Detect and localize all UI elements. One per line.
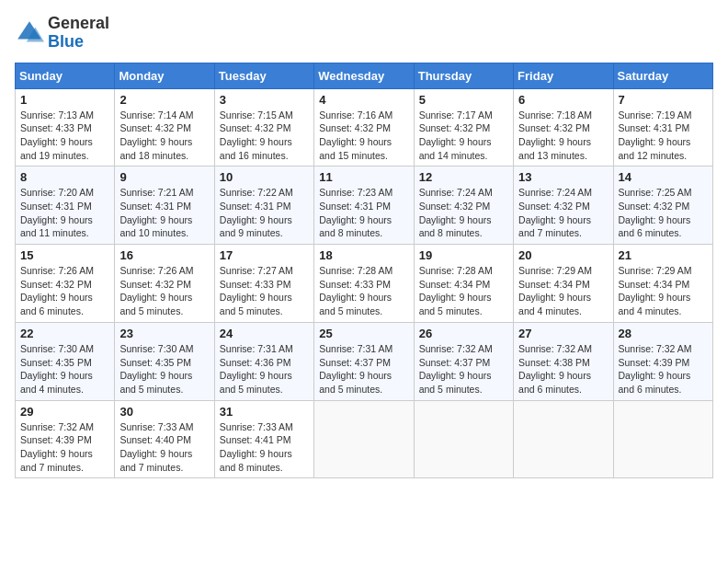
daylight: Daylight: 9 hours and 8 minutes.	[419, 214, 492, 239]
calendar: SundayMondayTuesdayWednesdayThursdayFrid…	[15, 63, 713, 479]
sunset: Sunset: 4:32 PM	[419, 122, 491, 133]
daylight: Daylight: 9 hours and 7 minutes.	[119, 448, 192, 473]
daylight: Daylight: 9 hours and 5 minutes.	[419, 292, 492, 316]
day-cell: 10 Sunrise: 7:22 AM Sunset: 4:31 PM Dayl…	[214, 167, 313, 245]
day-number: 11	[319, 170, 408, 184]
daylight: Daylight: 9 hours and 5 minutes.	[119, 370, 192, 395]
day-info: Sunrise: 7:30 AM Sunset: 4:35 PM Dayligh…	[20, 342, 109, 396]
day-info: Sunrise: 7:28 AM Sunset: 4:33 PM Dayligh…	[319, 264, 408, 318]
daylight: Daylight: 9 hours and 9 minutes.	[220, 214, 292, 239]
day-cell: 9 Sunrise: 7:21 AM Sunset: 4:31 PM Dayli…	[115, 167, 214, 245]
daylight: Daylight: 9 hours and 16 minutes.	[220, 136, 292, 161]
week-row-1: 1 Sunrise: 7:13 AM Sunset: 4:33 PM Dayli…	[16, 88, 713, 167]
daylight: Daylight: 9 hours and 18 minutes.	[119, 136, 192, 161]
sunset: Sunset: 4:35 PM	[119, 357, 191, 368]
sunset: Sunset: 4:34 PM	[619, 279, 690, 290]
day-number: 16	[119, 248, 209, 262]
day-cell	[613, 400, 712, 478]
day-number: 29	[20, 405, 109, 419]
day-info: Sunrise: 7:23 AM Sunset: 4:31 PM Dayligh…	[319, 186, 408, 240]
day-cell: 13 Sunrise: 7:24 AM Sunset: 4:32 PM Dayl…	[514, 167, 613, 245]
day-cell: 18 Sunrise: 7:28 AM Sunset: 4:33 PM Dayl…	[314, 245, 414, 323]
sunrise: Sunrise: 7:29 AM	[619, 265, 692, 276]
sunrise: Sunrise: 7:26 AM	[119, 265, 193, 276]
day-number: 17	[220, 248, 309, 262]
day-cell: 14 Sunrise: 7:25 AM Sunset: 4:32 PM Dayl…	[613, 167, 712, 245]
day-cell: 12 Sunrise: 7:24 AM Sunset: 4:32 PM Dayl…	[414, 167, 513, 245]
daylight: Daylight: 9 hours and 6 minutes.	[20, 292, 93, 316]
day-cell: 29 Sunrise: 7:32 AM Sunset: 4:39 PM Dayl…	[16, 400, 115, 478]
day-number: 21	[619, 248, 708, 262]
logo-blue: Blue	[48, 32, 84, 51]
day-cell: 22 Sunrise: 7:30 AM Sunset: 4:35 PM Dayl…	[16, 322, 115, 400]
sunset: Sunset: 4:31 PM	[119, 201, 191, 212]
day-number: 9	[119, 170, 209, 184]
day-info: Sunrise: 7:25 AM Sunset: 4:32 PM Dayligh…	[619, 186, 708, 240]
daylight: Daylight: 9 hours and 7 minutes.	[20, 448, 93, 473]
day-cell: 3 Sunrise: 7:15 AM Sunset: 4:32 PM Dayli…	[214, 88, 313, 167]
day-info: Sunrise: 7:24 AM Sunset: 4:32 PM Dayligh…	[419, 186, 508, 240]
daylight: Daylight: 9 hours and 14 minutes.	[419, 136, 492, 161]
day-cell: 15 Sunrise: 7:26 AM Sunset: 4:32 PM Dayl…	[16, 245, 115, 323]
day-cell: 19 Sunrise: 7:28 AM Sunset: 4:34 PM Dayl…	[414, 245, 513, 323]
day-info: Sunrise: 7:32 AM Sunset: 4:39 PM Dayligh…	[619, 342, 708, 396]
day-cell: 23 Sunrise: 7:30 AM Sunset: 4:35 PM Dayl…	[115, 322, 214, 400]
day-info: Sunrise: 7:30 AM Sunset: 4:35 PM Dayligh…	[119, 342, 209, 396]
sunset: Sunset: 4:31 PM	[619, 122, 690, 133]
sunrise: Sunrise: 7:20 AM	[20, 187, 94, 198]
day-cell: 1 Sunrise: 7:13 AM Sunset: 4:33 PM Dayli…	[16, 88, 115, 167]
logo-text: General Blue	[48, 15, 109, 52]
day-info: Sunrise: 7:33 AM Sunset: 4:40 PM Dayligh…	[119, 420, 209, 475]
day-info: Sunrise: 7:13 AM Sunset: 4:33 PM Dayligh…	[20, 109, 109, 163]
sunset: Sunset: 4:32 PM	[119, 279, 191, 290]
day-info: Sunrise: 7:21 AM Sunset: 4:31 PM Dayligh…	[119, 186, 209, 240]
week-row-2: 8 Sunrise: 7:20 AM Sunset: 4:31 PM Dayli…	[16, 167, 713, 245]
page-header: General Blue	[15, 15, 713, 52]
sunset: Sunset: 4:37 PM	[319, 357, 391, 368]
day-cell	[314, 400, 414, 478]
header-wednesday: Wednesday	[314, 63, 414, 88]
logo: General Blue	[15, 15, 109, 52]
sunrise: Sunrise: 7:30 AM	[119, 343, 193, 354]
day-cell: 21 Sunrise: 7:29 AM Sunset: 4:34 PM Dayl…	[613, 245, 712, 323]
day-info: Sunrise: 7:14 AM Sunset: 4:32 PM Dayligh…	[119, 109, 209, 163]
sunrise: Sunrise: 7:31 AM	[220, 343, 293, 354]
sunrise: Sunrise: 7:22 AM	[220, 187, 293, 198]
day-cell: 2 Sunrise: 7:14 AM Sunset: 4:32 PM Dayli…	[115, 88, 214, 167]
sunrise: Sunrise: 7:28 AM	[419, 265, 493, 276]
daylight: Daylight: 9 hours and 5 minutes.	[119, 292, 192, 316]
sunrise: Sunrise: 7:16 AM	[319, 109, 392, 121]
day-cell	[414, 400, 513, 478]
day-number: 25	[319, 327, 408, 340]
day-info: Sunrise: 7:16 AM Sunset: 4:32 PM Dayligh…	[319, 109, 408, 163]
sunset: Sunset: 4:33 PM	[319, 279, 391, 290]
sunrise: Sunrise: 7:32 AM	[518, 343, 592, 354]
day-cell: 17 Sunrise: 7:27 AM Sunset: 4:33 PM Dayl…	[214, 245, 313, 323]
sunrise: Sunrise: 7:33 AM	[119, 421, 193, 432]
day-info: Sunrise: 7:32 AM Sunset: 4:38 PM Dayligh…	[518, 342, 608, 396]
sunset: Sunset: 4:31 PM	[20, 201, 92, 212]
logo-icon	[15, 18, 44, 48]
daylight: Daylight: 9 hours and 10 minutes.	[119, 214, 192, 239]
day-info: Sunrise: 7:26 AM Sunset: 4:32 PM Dayligh…	[119, 264, 209, 318]
day-info: Sunrise: 7:22 AM Sunset: 4:31 PM Dayligh…	[220, 186, 309, 240]
header-tuesday: Tuesday	[214, 63, 313, 88]
daylight: Daylight: 9 hours and 13 minutes.	[518, 136, 591, 161]
day-number: 2	[119, 93, 209, 107]
day-number: 19	[419, 248, 508, 262]
sunset: Sunset: 4:36 PM	[220, 357, 291, 368]
daylight: Daylight: 9 hours and 5 minutes.	[319, 292, 392, 316]
daylight: Daylight: 9 hours and 5 minutes.	[319, 370, 392, 395]
day-info: Sunrise: 7:15 AM Sunset: 4:32 PM Dayligh…	[220, 109, 309, 163]
sunrise: Sunrise: 7:18 AM	[518, 109, 592, 121]
sunset: Sunset: 4:32 PM	[319, 122, 391, 133]
day-info: Sunrise: 7:19 AM Sunset: 4:31 PM Dayligh…	[619, 109, 708, 163]
day-cell	[514, 400, 613, 478]
day-number: 1	[20, 93, 109, 107]
day-cell: 30 Sunrise: 7:33 AM Sunset: 4:40 PM Dayl…	[115, 400, 214, 478]
day-cell: 27 Sunrise: 7:32 AM Sunset: 4:38 PM Dayl…	[514, 322, 613, 400]
day-info: Sunrise: 7:17 AM Sunset: 4:32 PM Dayligh…	[419, 109, 508, 163]
daylight: Daylight: 9 hours and 4 minutes.	[20, 370, 93, 395]
sunset: Sunset: 4:39 PM	[20, 434, 92, 445]
sunrise: Sunrise: 7:14 AM	[119, 109, 193, 121]
